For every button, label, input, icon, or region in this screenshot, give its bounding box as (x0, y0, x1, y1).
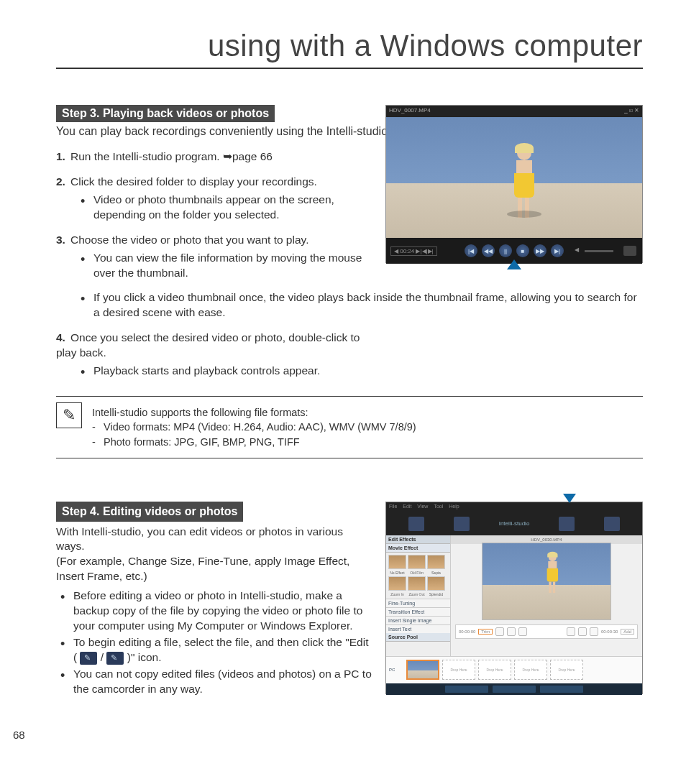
menu-file[interactable]: File (389, 504, 397, 511)
clip-drop-1[interactable]: Drop Here (442, 660, 475, 680)
step3-item-2: 2.Click the desired folder to display yo… (56, 175, 372, 223)
player-video-area (386, 117, 642, 238)
step3-item-1: 1.Run the Intelli-studio program. ➥page … (56, 149, 372, 165)
step4-para-2: (For example, Change Size, Fine-Tune, ap… (56, 554, 372, 584)
page-title: using with a Windows computer (56, 29, 643, 69)
editor-timeline[interactable]: 00:00:00 Trim 00:00:30 Add (455, 624, 638, 639)
toolbar-btn-4[interactable] (604, 517, 620, 531)
side-source-pool[interactable]: Source Pool (386, 633, 450, 642)
editor-brand: Intelli-studio (499, 520, 530, 527)
editor-side-panel: Edit Effects Movie Effect No EffectOld F… (386, 535, 451, 656)
step3-item-1-text: Run the Intelli-studio program. ➥page 66 (70, 150, 273, 162)
effect-thumb[interactable] (408, 576, 426, 591)
page-number: 68 (13, 729, 25, 741)
step3-item-4-text: Once you select the desired video or pho… (56, 331, 360, 359)
callout-arrow-down-icon (563, 494, 576, 503)
tl-btn[interactable] (495, 627, 504, 636)
editor-preview (482, 543, 611, 620)
menu-view[interactable]: View (417, 504, 428, 511)
forward-button[interactable]: ▶▶ (534, 244, 546, 257)
timeline-start: 00:00:00 (459, 629, 475, 634)
effect-thumb[interactable] (388, 555, 406, 569)
volume-slider[interactable] (585, 250, 613, 252)
player-screenshot: HDV_0007.MP4 ⎯ ◱ ✕ ◀ 00:24 ▶|◀|▶| |◀ ◀◀ … (385, 105, 643, 263)
prev-button[interactable]: |◀ (465, 244, 477, 257)
trim-button[interactable]: Trim (478, 629, 493, 635)
side-item-transition[interactable]: Transition Effect (386, 607, 450, 616)
step4-section: Step 4. Editing videos or photos With In… (56, 502, 643, 697)
step3-item-4-sub: Playback starts and playback controls ap… (93, 364, 372, 379)
step4-bullet-3: You can not copy edited files (videos an… (73, 667, 372, 697)
step3-label: Step 3. Playing back videos or photos (56, 105, 275, 122)
toolbar-btn-1[interactable] (408, 517, 424, 531)
clip-drop-4[interactable]: Drop Here (550, 660, 583, 680)
tl-btn[interactable] (518, 627, 527, 636)
note-line-1: Intelli-studio supports the following fi… (92, 405, 643, 420)
tl-play-prev[interactable] (567, 627, 575, 636)
add-button[interactable]: Add (621, 629, 634, 635)
editor-main: HDV_0030.MP4 00:00:00 Trim 00:00:30 Add (451, 535, 642, 656)
pc-label: PC (389, 668, 403, 672)
side-header-movie[interactable]: Movie Effect (386, 544, 450, 553)
step4-b2-b: / (101, 651, 107, 663)
step4-bullet-1: Before editing a video or photo in Intel… (73, 589, 372, 634)
bottom-btn-2[interactable] (493, 686, 536, 693)
snapshot-button[interactable] (623, 246, 636, 256)
side-item-insert-text[interactable]: Insert Text (386, 624, 450, 633)
toolbar-btn-2[interactable] (454, 517, 470, 531)
editor-bottom-bar (386, 683, 642, 695)
step4-para-1: With Intelli-studio, you can edit videos… (56, 525, 372, 555)
tl-play-next[interactable] (590, 627, 598, 636)
timeline-end: 00:00:30 (601, 629, 618, 634)
clip-selected[interactable] (406, 660, 439, 680)
note-line-3: Photo formats: JPG, GIF, BMP, PNG, TIFF (92, 435, 643, 449)
bottom-btn-1[interactable] (445, 686, 488, 693)
player-titlebar: HDV_0007.MP4 ⎯ ◱ ✕ (386, 106, 642, 117)
bottom-btn-3[interactable] (540, 686, 583, 693)
editor-toolbar: Intelli-studio (386, 512, 642, 535)
toolbar-btn-3[interactable] (559, 517, 575, 531)
tl-play[interactable] (578, 627, 587, 636)
step3-item-3-sub2: If you click a video thumbnail once, the… (93, 290, 643, 320)
next-button[interactable]: ▶| (551, 244, 564, 257)
note-box: ✎ Intelli-studio supports the following … (56, 396, 643, 458)
step3-item-2-text: Click the desired folder to display your… (70, 175, 317, 188)
step3-item-4: 4.Once you select the desired video or p… (56, 331, 372, 379)
step4-label: Step 4. Editing videos or photos (56, 502, 243, 522)
side-item-finetuning[interactable]: Fine-Tuning (386, 599, 450, 607)
clip-drop-3[interactable]: Drop Here (514, 660, 547, 680)
step3-item-3-text: Choose the video or photo that you want … (70, 234, 308, 246)
editor-menubar: File Edit View Tool Help (386, 502, 642, 512)
note-line-2: Video formats: MP4 (Video: H.264, Audio:… (92, 420, 643, 434)
menu-tool[interactable]: Tool (434, 504, 443, 511)
menu-help[interactable]: Help (449, 504, 459, 511)
step3-item-3-sub1: You can view the file information by mov… (93, 251, 372, 281)
editor-clip-strip: PC Drop Here Drop Here Drop Here Drop He… (386, 656, 642, 683)
player-time-label: ◀ 00:24 ▶|◀|▶| (390, 246, 437, 256)
play-button[interactable]: || (499, 244, 512, 257)
editor-screenshot: File Edit View Tool Help Intelli-studio … (385, 502, 643, 694)
clip-drop-2[interactable]: Drop Here (478, 660, 511, 680)
effect-thumbs: No EffectOld FilmSepia Zoom InZoom OutSp… (386, 553, 450, 599)
callout-arrow-icon (507, 259, 521, 269)
effect-thumb[interactable] (388, 576, 406, 591)
edit-movie-icon (80, 652, 97, 665)
effect-thumb[interactable] (427, 555, 445, 569)
player-filename: HDV_0007.MP4 (389, 107, 431, 116)
tl-btn[interactable] (507, 627, 516, 636)
edit-photo-icon (106, 652, 124, 665)
note-icon: ✎ (56, 402, 82, 428)
step3-item-3: 3.Choose the video or photo that you wan… (56, 233, 372, 281)
rewind-button[interactable]: ◀◀ (482, 244, 495, 257)
step3-list: 1.Run the Intelli-studio program. ➥page … (56, 149, 372, 280)
effect-thumb[interactable] (427, 576, 445, 591)
side-item-insert-image[interactable]: Insert Single Image (386, 616, 450, 624)
step3-item-2-sub: Video or photo thumbnails appear on the … (93, 193, 372, 223)
step3-section: Step 3. Playing back videos or photos Yo… (56, 105, 643, 379)
video-subject-child (512, 146, 536, 211)
side-header-effects: Edit Effects (386, 535, 450, 544)
menu-edit[interactable]: Edit (403, 504, 411, 511)
stop-button[interactable]: ■ (516, 244, 529, 257)
effect-thumb[interactable] (408, 555, 426, 569)
window-controls-icon: ⎯ ◱ ✕ (624, 107, 639, 116)
